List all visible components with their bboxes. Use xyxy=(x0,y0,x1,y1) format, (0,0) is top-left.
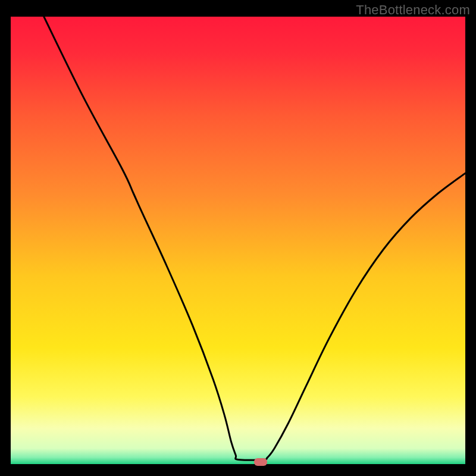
plot-area xyxy=(11,17,465,464)
line-chart xyxy=(11,17,465,464)
chart-container: TheBottleneck.com xyxy=(0,0,476,476)
optimal-point-marker xyxy=(254,458,267,466)
gradient-background xyxy=(11,17,465,464)
watermark-text: TheBottleneck.com xyxy=(356,2,470,18)
